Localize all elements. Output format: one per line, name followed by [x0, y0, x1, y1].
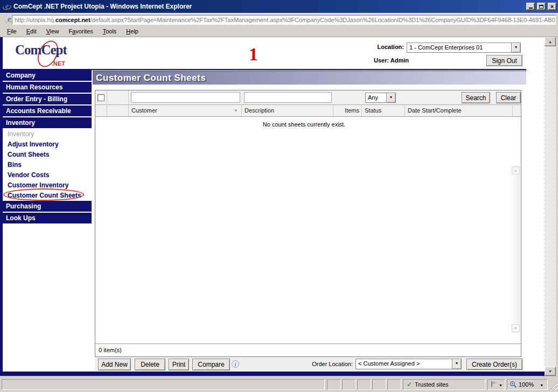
trusted-check-icon: ✓	[407, 381, 412, 388]
location-select[interactable]: 1 - ComCept Enterprises 01 ▼	[407, 43, 521, 53]
order-location-select[interactable]: < Customer Assigned > ▼	[355, 359, 462, 369]
clear-button-label: Clear	[501, 94, 517, 102]
grid-scrollbar[interactable]: ▲ ▼	[511, 166, 520, 333]
column-header-date[interactable]: Date Start/Complete	[405, 105, 513, 116]
footer-toolbar: Add New Delete Print Compare i Order Loc…	[95, 357, 524, 372]
menu-bar: File Edit View Favorites Tools Help	[0, 25, 558, 37]
search-row: Any ▼ Search Clear	[95, 90, 521, 105]
search-button-label: Search	[465, 94, 486, 102]
browser-scrollbar[interactable]: ▲ ▼	[545, 37, 556, 376]
scroll-down-button[interactable]: ▼	[545, 367, 556, 376]
add-new-button[interactable]: Add New	[98, 359, 131, 370]
menu-favorites[interactable]: Favorites	[64, 26, 97, 36]
column-header-items-label: Items	[345, 107, 359, 114]
sign-out-label: Sign Out	[492, 57, 517, 65]
print-button[interactable]: Print	[169, 359, 189, 370]
empty-message: No count sheets currently exist.	[95, 121, 513, 128]
url-rest: /default.aspx?StartPage=Maintenance%2FTa…	[90, 17, 556, 23]
compare-button[interactable]: Compare	[192, 359, 230, 370]
sidebar-item-purchasing[interactable]: Purchasing	[3, 201, 92, 212]
menu-file[interactable]: File	[2, 26, 22, 36]
resize-grip[interactable]	[548, 382, 557, 391]
ie-logo-icon: e	[3, 2, 11, 11]
column-header-spacer	[107, 105, 129, 116]
menu-tools[interactable]: Tools	[98, 26, 122, 36]
status-filter-select[interactable]: Any ▼	[365, 93, 396, 103]
minimize-button[interactable]	[526, 3, 535, 10]
dropdown-arrow-icon[interactable]: ▼	[452, 359, 461, 369]
protected-mode-pane[interactable]: ▼	[487, 379, 505, 390]
browser-window: e ComCept .NET Project Utopia - Windows …	[0, 0, 558, 392]
close-button[interactable]: ×	[548, 3, 556, 10]
sidebar-item-accounts-receivable[interactable]: Accounts Receivable	[3, 106, 92, 116]
create-orders-label: Create Order(s)	[472, 361, 517, 368]
dropdown-arrow-icon[interactable]: ▼	[511, 43, 520, 52]
security-zone-pane: ✓Trusted sites	[403, 379, 485, 390]
sidebar-subitem-count-sheets[interactable]: Count Sheets	[3, 150, 92, 160]
column-header-status[interactable]: Status	[362, 105, 405, 116]
count-sheets-grid: Any ▼ Search Clear Customer	[95, 90, 521, 357]
select-all-checkbox[interactable]	[97, 94, 104, 101]
column-header-description[interactable]: Description	[242, 105, 333, 116]
description-search-input[interactable]	[244, 92, 332, 103]
order-location-value: < Customer Assigned >	[358, 360, 451, 368]
info-icon[interactable]: i	[232, 360, 239, 368]
sidebar-item-order-entry-billing[interactable]: Order Entry - Billing	[3, 94, 92, 104]
create-orders-button[interactable]: Create Order(s)	[466, 359, 522, 370]
grid-scroll-up-button[interactable]: ▲	[512, 166, 520, 174]
scroll-up-button[interactable]: ▲	[545, 37, 556, 46]
delete-label: Delete	[141, 361, 159, 368]
annotation-1: 1	[249, 44, 258, 65]
select-all-cell	[95, 90, 107, 105]
status-bar: ✓Trusted sites ▼ 100% ▼	[0, 376, 558, 392]
sidebar-item-company[interactable]: Company	[3, 70, 92, 81]
status-filter-value: Any	[368, 94, 386, 102]
customer-search-input[interactable]	[131, 92, 240, 103]
sidebar-item-human-resources[interactable]: Human Resources	[3, 82, 92, 93]
sign-out-button[interactable]: Sign Out	[486, 55, 522, 66]
column-header-customer[interactable]: Customer ▼	[129, 105, 242, 116]
status-pane-1	[327, 379, 341, 390]
annotation-circle	[3, 188, 84, 201]
trusted-sites-label: Trusted sites	[415, 381, 449, 388]
menu-edit[interactable]: Edit	[22, 26, 41, 36]
dropdown-arrow-icon: ▼	[540, 383, 543, 387]
status-pane-2	[342, 379, 356, 390]
security-report-icon	[490, 381, 497, 388]
menu-help[interactable]: Help	[121, 26, 143, 36]
print-label: Print	[172, 361, 186, 368]
zoom-pane[interactable]: 100% ▼	[507, 379, 548, 390]
menu-view[interactable]: View	[41, 26, 64, 36]
column-header-items[interactable]: Items	[333, 105, 362, 116]
location-select-value: 1 - ComCept Enterprises 01	[409, 44, 511, 52]
spacer-cell	[107, 90, 129, 105]
zoom-icon	[510, 381, 517, 388]
delete-button[interactable]: Delete	[135, 359, 165, 370]
dropdown-arrow-icon[interactable]: ▼	[386, 93, 395, 102]
status-main-pane	[2, 379, 325, 390]
table-body: No count sheets currently exist. ▲ ▼	[95, 117, 521, 344]
dropdown-arrow-icon: ▼	[499, 383, 503, 387]
grid-scroll-down-button[interactable]: ▼	[512, 324, 520, 332]
sidebar-item-look-ups[interactable]: Look Ups	[3, 213, 92, 223]
search-button[interactable]: Search	[462, 92, 490, 103]
window-title: ComCept .NET Project Utopia - Windows In…	[13, 3, 192, 10]
column-header-status-label: Status	[365, 107, 381, 114]
status-pane-3	[357, 379, 371, 390]
address-bar-input[interactable]: http://utopia.hq.comcept.net/default.asp…	[12, 15, 556, 25]
logo-net-text: .NET	[52, 60, 65, 67]
page-bottom-border	[0, 372, 545, 376]
sort-descending-icon: ▼	[234, 105, 238, 116]
status-pane-5	[387, 379, 401, 390]
sidebar-subitem-bins[interactable]: Bins	[3, 160, 92, 170]
order-location-label: Order Location:	[299, 361, 353, 367]
maximize-button[interactable]	[537, 3, 546, 10]
sidebar-subitem-vendor-costs[interactable]: Vendor Costs	[3, 170, 92, 180]
window-titlebar: e ComCept .NET Project Utopia - Windows …	[0, 0, 558, 13]
address-bar: e http://utopia.hq.comcept.net/default.a…	[0, 13, 558, 25]
clear-button[interactable]: Clear	[496, 92, 521, 103]
sidebar-item-inventory[interactable]: Inventory	[3, 117, 92, 128]
sidebar-subitem-inventory: Inventory	[3, 129, 92, 139]
sidebar-subitem-adjust-inventory[interactable]: Adjust Inventory	[3, 139, 92, 150]
status-pane-4	[372, 379, 386, 390]
